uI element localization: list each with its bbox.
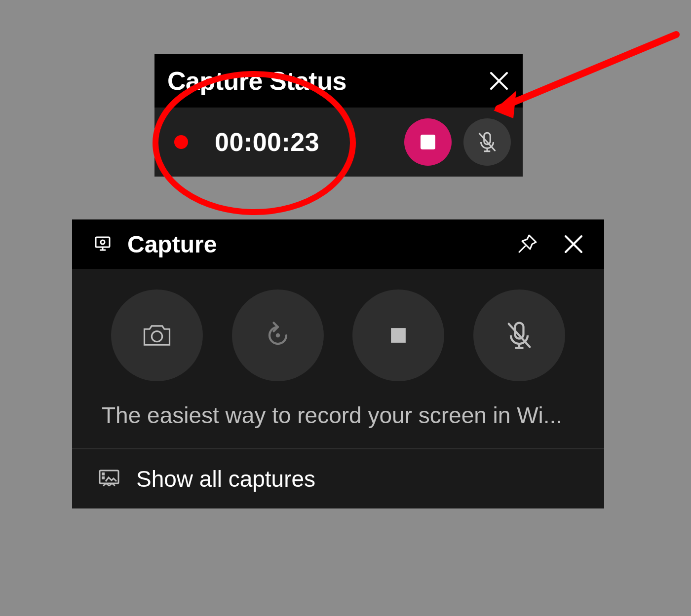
close-icon (488, 70, 510, 92)
show-all-captures-icon (97, 467, 121, 491)
mic-toggle-button[interactable] (473, 290, 565, 381)
close-icon (563, 233, 584, 255)
svg-line-10 (519, 246, 525, 252)
close-button[interactable] (488, 70, 510, 92)
capture-buttons-row (72, 269, 604, 402)
camera-icon (140, 319, 174, 352)
stop-icon (421, 135, 435, 149)
capture-status-title: Capture Status (167, 66, 478, 96)
pin-button[interactable] (516, 233, 538, 255)
mic-toggle-button[interactable] (463, 118, 511, 166)
close-button[interactable] (563, 233, 584, 255)
svg-rect-6 (96, 237, 110, 247)
svg-rect-21 (102, 472, 105, 475)
pin-icon (516, 233, 538, 255)
record-last-button[interactable] (232, 290, 324, 381)
stop-recording-button[interactable] (352, 290, 444, 381)
replay-icon (261, 319, 295, 352)
mic-muted-icon (502, 319, 536, 352)
svg-point-7 (101, 240, 105, 244)
svg-rect-22 (102, 476, 105, 479)
capture-status-header: Capture Status (154, 54, 523, 108)
recording-indicator-icon (174, 135, 188, 149)
svg-point-13 (152, 331, 162, 342)
stop-icon (382, 319, 415, 352)
capture-hint-text: The easiest way to record your screen in… (72, 402, 604, 448)
capture-status-body: 00:00:23 (154, 108, 523, 177)
screenshot-stage: Capture Status 00:00:23 (0, 0, 691, 616)
capture-icon (93, 234, 113, 254)
screenshot-button[interactable] (111, 290, 203, 381)
capture-header: Capture (72, 219, 604, 269)
capture-widget[interactable]: Capture (72, 219, 604, 508)
stop-recording-button[interactable] (404, 118, 452, 166)
mic-muted-icon (475, 130, 499, 154)
capture-title: Capture (127, 231, 492, 258)
show-all-captures-label: Show all captures (136, 466, 315, 492)
capture-status-widget[interactable]: Capture Status 00:00:23 (154, 54, 523, 177)
recording-timer: 00:00:23 (215, 127, 392, 157)
show-all-captures-button[interactable]: Show all captures (72, 448, 604, 508)
annotation-arrow-line (499, 35, 676, 109)
svg-rect-15 (391, 328, 406, 343)
svg-point-14 (276, 333, 280, 338)
